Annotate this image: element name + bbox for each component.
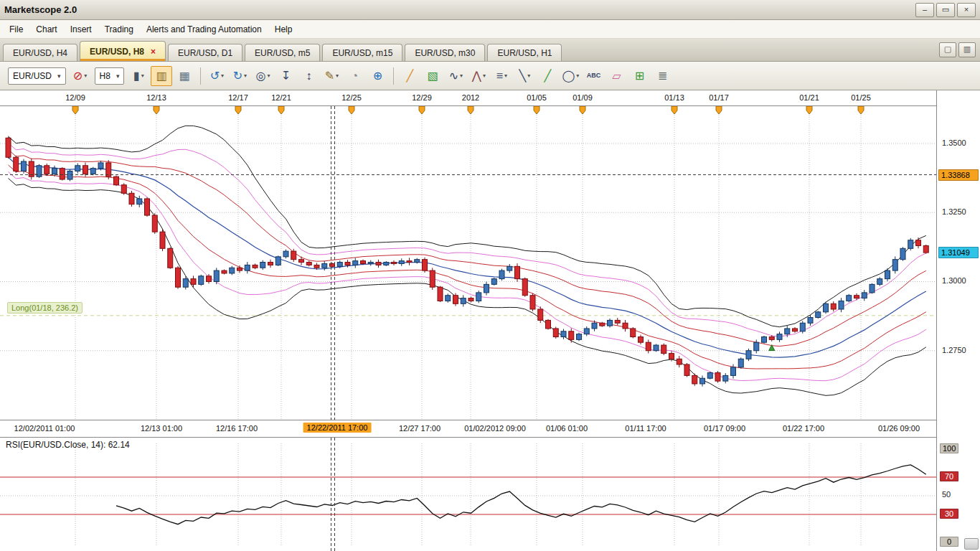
tab-eur-usd-m15[interactable]: EUR/USD, m15 <box>322 44 402 61</box>
text-label-icon[interactable]: ABC <box>583 66 604 86</box>
bollinger-upper-band <box>9 149 926 346</box>
chevron-down-icon: ▾ <box>141 73 144 79</box>
candle-body <box>639 336 644 342</box>
top-axis-tick: 12/09 <box>65 93 85 102</box>
candle-body <box>538 309 543 320</box>
main-chart-svg[interactable] <box>0 106 936 420</box>
chart-layout-icon[interactable]: ▥ <box>151 66 172 86</box>
ruler-icon-glyph: ╱ <box>407 70 414 82</box>
tab-bar: EUR/USD, H4EUR/USD, H8×EUR/USD, D1EUR/US… <box>0 39 980 62</box>
candle-body <box>515 266 520 278</box>
menu-insert[interactable]: Insert <box>64 22 98 37</box>
tab-eur-usd-h1[interactable]: EUR/USD, H1 <box>487 44 562 61</box>
ruler-icon[interactable]: ╱ <box>399 66 420 86</box>
sessions-icon[interactable]: ◔ <box>344 66 365 86</box>
panel-restore-button[interactable]: ▢ <box>939 42 956 57</box>
price-axis-column[interactable]: 1.35001.32501.30001.27501.338681.3104910… <box>936 90 980 551</box>
chevron-down-icon: ▾ <box>483 73 486 79</box>
tab-eur-usd-h4[interactable]: EUR/USD, H4 <box>3 44 77 61</box>
chevron-down-icon: ▾ <box>57 72 61 80</box>
menu-trading[interactable]: Trading <box>98 22 140 37</box>
candle-body <box>870 284 875 293</box>
menu-chart[interactable]: Chart <box>29 22 63 37</box>
title-bar: Marketscope 2.0 –▭× <box>0 0 980 20</box>
auto-scale-icon[interactable]: ↕ <box>298 66 319 86</box>
fib-tools-icon-glyph: ⋀ <box>472 70 481 82</box>
annotate-icon[interactable]: ✎▾ <box>321 66 342 86</box>
undo-icon[interactable]: ↺▾ <box>206 66 227 86</box>
candle-body <box>854 296 859 298</box>
eraser-icon-glyph: ▱ <box>612 70 621 82</box>
tab-eur-usd-m5[interactable]: EUR/USD, m5 <box>245 44 320 61</box>
more-tools-icon[interactable]: ≣ <box>651 66 673 86</box>
scroll-to-end-icon[interactable]: ↧ <box>275 66 296 86</box>
tab-eur-usd-d1[interactable]: EUR/USD, D1 <box>168 44 242 61</box>
freehand-line-icon[interactable]: ╱ <box>537 66 558 86</box>
candle-body <box>700 378 705 384</box>
candle-body <box>839 301 844 309</box>
date-marker-icon <box>72 106 78 114</box>
price-badge: 1.31049 <box>938 247 979 258</box>
chart-type-icon[interactable]: ▮▾ <box>128 66 149 86</box>
bottom-axis-tick: 01/06 01:00 <box>546 424 588 433</box>
main-chart-plot[interactable]: Long(01/18, 236.2) <box>0 106 936 420</box>
tab-close-icon[interactable]: × <box>151 47 156 57</box>
rsi-line <box>116 465 926 524</box>
data-table-icon-glyph: ▦ <box>179 70 190 82</box>
resize-grip[interactable] <box>964 538 979 550</box>
horizontal-line-icon-glyph: ≡ <box>496 70 503 82</box>
menu-file[interactable]: File <box>3 22 29 37</box>
rsi-panel[interactable]: RSI(EUR/USD.Close, 14): 62.14 <box>0 438 936 551</box>
minimize-button[interactable]: – <box>915 3 934 17</box>
trend-line-icon[interactable]: ╲▾ <box>514 66 535 86</box>
candle-body <box>754 342 759 351</box>
candle-body <box>892 260 897 270</box>
restore-button[interactable]: ▭ <box>936 3 955 17</box>
tab-eur-usd-h8[interactable]: EUR/USD, H8× <box>80 41 166 61</box>
fib-tools-icon[interactable]: ⋀▾ <box>468 66 489 86</box>
rsi-chart-svg[interactable] <box>0 438 936 551</box>
candle-body <box>353 261 358 265</box>
close-button[interactable]: × <box>957 3 976 17</box>
redo-icon[interactable]: ↻▾ <box>229 66 250 86</box>
candle-body <box>499 270 504 279</box>
data-table-icon[interactable]: ▦ <box>174 66 195 86</box>
ellipse-icon[interactable]: ◯▾ <box>560 66 581 86</box>
candle-body <box>847 296 852 301</box>
candle-body <box>438 287 443 301</box>
candle-body <box>885 270 890 279</box>
panel-menu-button[interactable]: ▥ <box>958 42 976 57</box>
bottom-axis-tick: 01/22 17:00 <box>783 424 824 433</box>
candle-body <box>692 375 697 384</box>
menu-help[interactable]: Help <box>268 22 299 37</box>
timezone-globe-icon[interactable]: ⊕ <box>367 66 388 86</box>
tab-label: EUR/USD, m30 <box>415 48 475 58</box>
rsi-level-badge: 100 <box>940 443 958 453</box>
zoom-icon[interactable]: ◎▾ <box>252 66 273 86</box>
candle-body <box>584 329 589 334</box>
candle-body <box>608 320 613 326</box>
candle-body <box>6 138 11 157</box>
symbol-select[interactable]: EUR/USD▾ <box>8 67 66 85</box>
rsi-level-badge: 30 <box>940 509 958 519</box>
snapshot-icon[interactable]: ▧ <box>422 66 443 86</box>
eraser-icon[interactable]: ▱ <box>606 66 627 86</box>
candle-body <box>29 161 34 176</box>
candle-body <box>392 263 397 264</box>
candle-body <box>322 263 327 268</box>
chart-main-column: 12/0912/1312/1712/2112/2512/29201201/050… <box>0 90 936 551</box>
top-axis-tick: 12/25 <box>341 93 362 102</box>
horizontal-line-icon[interactable]: ≡▾ <box>491 66 512 86</box>
bollinger-lower-band <box>9 165 926 369</box>
price-axis-label: 1.3000 <box>942 276 966 285</box>
menu-alerts[interactable]: Alerts and Trading Automation <box>140 22 268 37</box>
timeframe-select[interactable]: H8▾ <box>95 67 125 85</box>
tab-eur-usd-m30[interactable]: EUR/USD, m30 <box>405 44 485 61</box>
strategy-icon[interactable]: ⊞ <box>628 66 650 86</box>
indicators-icon[interactable]: ∿▾ <box>445 66 466 86</box>
remove-symbol-icon[interactable]: ⊘▾ <box>70 66 91 86</box>
ellipse-icon-glyph: ◯ <box>562 70 575 82</box>
candle-body <box>60 169 65 179</box>
tab-label: EUR/USD, m5 <box>255 48 310 58</box>
price-axis-label: 1.3250 <box>942 207 966 216</box>
